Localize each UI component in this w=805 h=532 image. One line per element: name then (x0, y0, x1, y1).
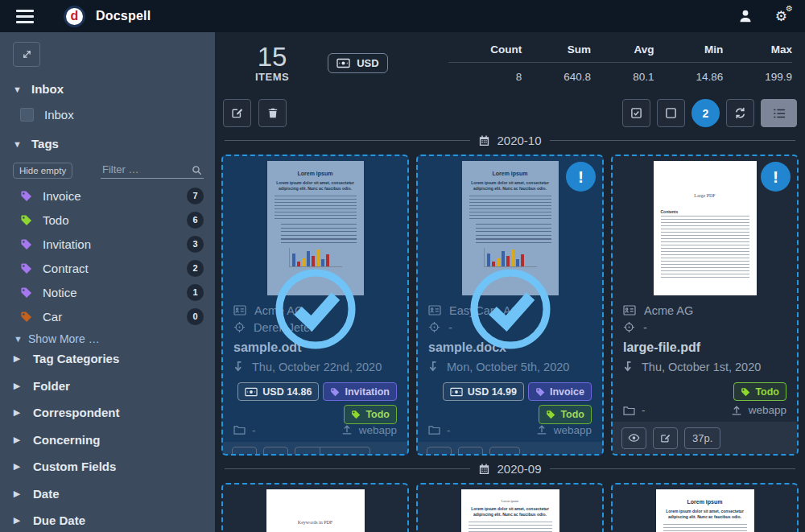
tag-count-badge: 1 (187, 284, 204, 301)
user-icon[interactable] (738, 9, 753, 23)
sidebar-tag-notice[interactable]: Notice 1 (20, 280, 204, 304)
tag-count-badge: 0 (187, 308, 204, 325)
selection-toolbar: 2 (223, 99, 797, 127)
sidebar-section-tag-categories[interactable]: ▶ Tag Categories (13, 345, 204, 373)
calendar-icon (478, 134, 490, 146)
item-card-sample-docx[interactable]: Lorem ipsum Lorem ipsum dolor sit amet, … (416, 155, 604, 456)
refresh-button[interactable] (726, 99, 754, 127)
tag-filter-input[interactable] (101, 162, 204, 179)
list-icon (773, 108, 786, 119)
inbox-checkbox-item[interactable]: Inbox (20, 108, 204, 122)
item-card-sample-odt[interactable]: Lorem ipsum Lorem ipsum dolor sit amet, … (221, 155, 409, 456)
date-group-label: 2020-10 (497, 134, 541, 147)
tag-icon (20, 190, 32, 202)
square-icon (665, 107, 677, 119)
sidebar-section-date[interactable]: ▶ Date (13, 480, 204, 508)
tag-icon (20, 311, 32, 323)
menu-icon[interactable] (16, 10, 34, 23)
address-card-icon (233, 305, 246, 315)
item-card[interactable]: Lorem ipsum Lorem ipsum dolor sit amet, … (611, 483, 799, 532)
item-date-row: Thu, October 22nd, 2020 (233, 358, 397, 375)
chevron-down-icon: ▼ (13, 139, 21, 149)
deselect-all-button[interactable] (657, 99, 685, 127)
search-icon (192, 165, 202, 175)
correspondent-row: Acme AG (233, 302, 397, 319)
card-actions: 37p. (613, 422, 797, 454)
item-preview: Keywords in PDF (223, 485, 407, 532)
chevron-right-icon: ▶ (13, 515, 21, 526)
badges-row: USD 14.99 Invoice Todo (428, 382, 592, 424)
folder-icon (233, 425, 246, 435)
docspell-logo-icon[interactable]: d (64, 6, 85, 27)
item-title: sample.odt (233, 340, 397, 355)
next-attachment-button[interactable] (295, 447, 320, 456)
tag-badge-todo: Todo (733, 382, 786, 401)
sidebar-section-folder[interactable]: ▶ Folder (13, 373, 204, 400)
trash-icon (267, 107, 279, 119)
sidebar-tag-car[interactable]: Car 0 (20, 304, 204, 328)
preview-button[interactable] (621, 427, 646, 449)
item-preview: Lorem ipsum Lorem ipsum dolor sit amet, … (613, 485, 797, 532)
edit-selected-button[interactable] (223, 99, 251, 127)
inbox-checkbox[interactable] (20, 108, 34, 122)
search-sidebar: ▼ Inbox Inbox ▼ Tags Hide empty Invoice … (0, 32, 215, 532)
sidebar-tag-contract[interactable]: Contract 2 (20, 256, 204, 280)
expand-sidebar-button[interactable] (13, 42, 40, 67)
concerning-row: - (623, 319, 786, 336)
sidebar-tag-invoice[interactable]: Invoice 7 (20, 184, 204, 208)
item-card-large-file-pdf[interactable]: Large PDF Contents ! Acme AG - large-fil… (611, 155, 799, 456)
tag-count-badge: 7 (187, 188, 204, 204)
tag-icon (20, 214, 32, 226)
upload-icon (341, 424, 353, 435)
sidebar-section-concerning[interactable]: ▶ Concerning (13, 427, 204, 454)
edit-item-button[interactable] (458, 447, 483, 456)
app-title: Docspell (96, 9, 151, 23)
amount-badge: USD 14.99 (443, 382, 524, 401)
eye-icon (238, 453, 250, 456)
preview-button[interactable] (232, 447, 257, 456)
sidebar-tag-invitation[interactable]: Invitation 3 (20, 232, 204, 256)
edit-item-button[interactable] (653, 427, 678, 449)
folder-source-row: - webapp (623, 404, 786, 422)
sidebar-section-due-date[interactable]: ▶ Due Date (13, 507, 204, 532)
sidebar-section-custom-fields[interactable]: ▶ Custom Fields (13, 453, 204, 480)
edit-icon (660, 433, 671, 443)
tag-icon (351, 410, 361, 419)
preview-button[interactable] (427, 447, 452, 456)
sidebar-tag-todo[interactable]: Todo 6 (20, 208, 204, 232)
selected-count-badge: 2 (691, 99, 720, 127)
item-card[interactable]: Keywords in PDF (221, 483, 409, 532)
item-card[interactable]: Lorem ipsum Lorem ipsum dolor sit amet, … (416, 483, 604, 532)
money-bill-icon (450, 387, 463, 397)
upload-icon (731, 405, 742, 416)
concerning-row: - (428, 319, 592, 336)
source-value: webapp (341, 424, 397, 436)
sidebar-section-correspondent[interactable]: ▶ Correspondent (13, 399, 204, 427)
edit-icon (465, 452, 476, 456)
crosshairs-icon (428, 321, 440, 333)
refresh-icon (734, 107, 746, 119)
topbar-actions: ⚙⚙ (738, 9, 795, 23)
money-bill-icon (336, 58, 350, 68)
sidebar-section-tags[interactable]: ▼ Tags (13, 137, 204, 151)
folder-value: - (428, 424, 451, 436)
page-count: 37p. (684, 427, 720, 449)
date-group-header: 2020-10 (225, 134, 795, 147)
tag-icon (535, 387, 545, 397)
tag-icon (20, 262, 32, 274)
topbar: d Docspell ⚙⚙ (0, 0, 805, 32)
edit-item-button[interactable] (263, 447, 288, 456)
currency-usd-button[interactable]: USD (328, 53, 387, 73)
delete-selected-button[interactable] (258, 99, 287, 127)
hide-empty-button[interactable]: Hide empty (13, 163, 72, 179)
tag-icon (330, 387, 340, 397)
correspondent-row: Acme AG (623, 302, 786, 319)
show-more-tags[interactable]: ▼ Show More … (14, 332, 204, 345)
settings-cogs-icon[interactable]: ⚙⚙ (775, 10, 787, 23)
sidebar-section-inbox[interactable]: ▼ Inbox (13, 82, 204, 96)
upload-icon (536, 424, 547, 435)
item-list-main: 15 ITEMS USD Count Sum Avg Min Max 8 640… (215, 32, 805, 532)
tag-icon (20, 238, 32, 250)
list-view-button[interactable] (761, 99, 797, 127)
select-all-button[interactable] (622, 99, 650, 127)
